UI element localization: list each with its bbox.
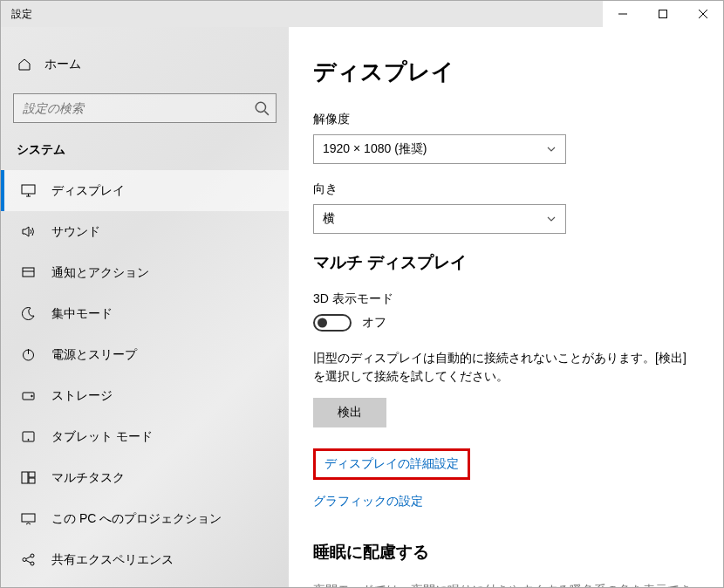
orientation-combo[interactable]: 横: [313, 204, 566, 234]
sidebar-item-display[interactable]: ディスプレイ: [1, 170, 289, 211]
home-icon: [17, 58, 32, 72]
svg-point-16: [27, 439, 28, 440]
sleep-heading: 睡眠に配慮する: [313, 541, 699, 564]
sidebar-item-sound[interactable]: サウンド: [1, 211, 289, 252]
sidebar-item-label: 電源とスリープ: [51, 347, 137, 363]
titlebar: 設定: [1, 1, 723, 27]
detect-button[interactable]: 検出: [313, 398, 386, 427]
chevron-down-icon: [546, 214, 557, 224]
sidebar-item-projection[interactable]: この PC へのプロジェクション: [1, 498, 289, 539]
sidebar-item-label: 通知とアクション: [51, 265, 149, 281]
monitor-icon: [20, 183, 36, 198]
sidebar-item-shared[interactable]: 共有エクスペリエンス: [1, 539, 289, 580]
storage-icon: [20, 388, 36, 403]
svg-rect-9: [23, 268, 34, 277]
moon-icon: [20, 306, 36, 321]
sidebar-item-label: 共有エクスペリエンス: [51, 552, 174, 568]
mode3d-toggle[interactable]: [313, 314, 352, 332]
sidebar-item-label: ストレージ: [51, 388, 113, 404]
sidebar-item-label: 集中モード: [51, 306, 113, 322]
svg-point-22: [31, 554, 34, 557]
sidebar-item-label: ディスプレイ: [51, 183, 125, 199]
mode3d-state: オフ: [362, 315, 386, 331]
sidebar-item-power[interactable]: 電源とスリープ: [1, 334, 289, 375]
svg-rect-20: [22, 514, 35, 522]
maximize-button[interactable]: [643, 1, 683, 27]
resolution-value: 1920 × 1080 (推奨): [323, 141, 427, 157]
close-button[interactable]: [683, 1, 723, 27]
page-title: ディスプレイ: [313, 57, 699, 87]
home-label: ホーム: [44, 57, 81, 72]
sidebar-item-tablet[interactable]: タブレット モード: [1, 416, 289, 457]
chevron-down-icon: [546, 144, 557, 154]
search-input[interactable]: [13, 93, 277, 123]
close-icon: [699, 10, 707, 18]
speaker-icon: [20, 224, 36, 239]
notification-icon: [20, 265, 36, 280]
svg-line-25: [26, 561, 31, 564]
minimize-icon: [618, 10, 627, 18]
category-heading: システム: [1, 142, 289, 170]
resolution-label: 解像度: [313, 112, 699, 127]
orientation-label: 向き: [313, 181, 699, 197]
sidebar-item-label: タブレット モード: [51, 429, 153, 445]
sidebar-item-multitask[interactable]: マルチタスク: [1, 457, 289, 498]
settings-window: 設定 ホーム: [0, 0, 724, 588]
svg-line-24: [26, 557, 31, 559]
svg-point-23: [31, 562, 34, 565]
sidebar-item-label: サウンド: [51, 224, 100, 240]
sleep-note: 夜間モードでは、夜間に眠りに付きやすくする暖色系の色を表示できます。この機能をセ…: [313, 581, 697, 587]
sidebar-item-label: この PC へのプロジェクション: [51, 511, 222, 527]
window-body: ホーム システム ディスプレイ サウンド: [1, 27, 723, 587]
sidebar-item-storage[interactable]: ストレージ: [1, 375, 289, 416]
graphics-settings-link[interactable]: グラフィックの設定: [313, 494, 423, 509]
minimize-button[interactable]: [603, 1, 643, 27]
mode3d-toggle-row: オフ: [313, 314, 699, 332]
svg-rect-18: [29, 472, 35, 477]
home-link[interactable]: ホーム: [1, 48, 289, 81]
svg-point-14: [31, 395, 32, 397]
window-title: 設定: [1, 7, 32, 22]
svg-point-21: [23, 558, 26, 562]
resolution-combo[interactable]: 1920 × 1080 (推奨): [313, 134, 566, 164]
tablet-icon: [20, 429, 36, 444]
svg-rect-1: [659, 10, 667, 18]
content-pane: ディスプレイ 解像度 1920 × 1080 (推奨) 向き 横 マルチ ディス…: [289, 27, 723, 587]
svg-rect-6: [22, 185, 35, 194]
sidebar-item-focus[interactable]: 集中モード: [1, 293, 289, 334]
svg-rect-17: [22, 472, 28, 483]
window-controls: [603, 1, 723, 27]
power-icon: [20, 347, 36, 362]
projection-icon: [20, 511, 36, 526]
advanced-display-link[interactable]: ディスプレイの詳細設定: [324, 456, 459, 472]
sidebar-item-notifications[interactable]: 通知とアクション: [1, 252, 289, 293]
multi-heading: マルチ ディスプレイ: [313, 251, 699, 274]
detect-note: 旧型のディスプレイは自動的に接続されないことがあります。[検出] を選択して接続…: [313, 349, 697, 386]
maximize-icon: [659, 10, 667, 18]
sidebar-item-label: マルチタスク: [51, 470, 125, 486]
advanced-display-link-highlight: ディスプレイの詳細設定: [313, 448, 470, 480]
mode3d-label: 3D 表示モード: [313, 291, 699, 307]
search-wrap: [13, 93, 277, 123]
multitask-icon: [20, 470, 36, 485]
orientation-value: 横: [323, 211, 335, 227]
svg-rect-19: [29, 478, 35, 483]
sidebar: ホーム システム ディスプレイ サウンド: [1, 27, 289, 587]
share-icon: [20, 552, 36, 567]
